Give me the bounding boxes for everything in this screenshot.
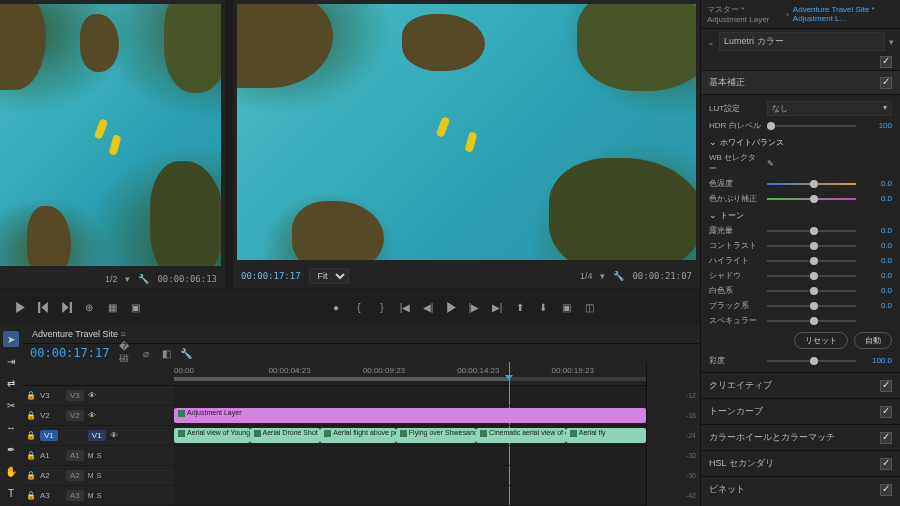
hdr-label: HDR 白レベル xyxy=(709,120,761,131)
program-timecode-out[interactable]: 00:00:21:07 xyxy=(632,271,692,281)
snap-toggle[interactable]: �磁 xyxy=(119,346,133,360)
slip-tool[interactable]: ↔ xyxy=(3,419,19,435)
step-back-button[interactable]: ◀| xyxy=(420,300,436,314)
saturation-slider[interactable] xyxy=(767,356,856,366)
hand-tool[interactable]: ✋ xyxy=(3,463,19,479)
go-in-button[interactable]: |◀ xyxy=(397,300,413,314)
export-frame-button[interactable]: ▣ xyxy=(558,300,574,314)
basic-enable-checkbox[interactable] xyxy=(880,77,892,89)
section-basic[interactable]: 基本補正 xyxy=(701,70,900,95)
clip-video[interactable]: Aerial flight above people h xyxy=(320,428,396,443)
track-select-tool[interactable]: ⇥ xyxy=(3,353,19,369)
program-transport: ● { } |◀ ◀| |▶ ▶| ⬆ ⬇ ▣ ◫ xyxy=(225,300,700,314)
tint-slider[interactable] xyxy=(767,194,856,204)
selection-tool[interactable]: ➤ xyxy=(3,331,19,347)
export-frame-button[interactable]: ▣ xyxy=(127,300,143,314)
source-transport: ⊕ ▦ ▣ xyxy=(0,300,225,314)
eyedropper-icon[interactable]: ✎ xyxy=(767,159,774,168)
linked-selection-toggle[interactable]: ⌀ xyxy=(139,346,153,360)
source-scale[interactable]: 1/2 xyxy=(105,274,118,284)
source-monitor[interactable] xyxy=(0,4,221,266)
type-tool[interactable]: T xyxy=(3,485,19,501)
program-timecode-in[interactable]: 00:00:17:17 xyxy=(241,271,301,281)
lut-dropdown[interactable]: なし ▾ xyxy=(767,101,892,116)
track-v1[interactable]: 🔒V1V1👁 xyxy=(22,426,174,446)
effect-enable-checkbox[interactable] xyxy=(880,56,892,68)
timeline-header: 00:00:17:17 �磁 ⌀ ◧ 🔧 xyxy=(22,344,700,362)
effect-dropdown[interactable]: Lumetri カラー xyxy=(719,32,885,51)
v1-row: Aerial view of Young travel...Aerial Dro… xyxy=(174,426,646,446)
timeline-tracks[interactable]: 00:00 00:00:04:23 00:00:09:23 00:00:14:2… xyxy=(174,362,646,506)
program-monitor-panel: 00:00:17:17 Fit 1/4 ▾ 🔧 00:00:21:07 xyxy=(233,0,700,288)
temperature-slider[interactable] xyxy=(767,179,856,189)
source-timecode[interactable]: 00:00:06:13 xyxy=(157,274,217,284)
clip-video[interactable]: Aerial view of Young travel... xyxy=(174,428,250,443)
section-colorwheel[interactable]: カラーホイールとカラーマッチ xyxy=(701,424,900,450)
clip-video[interactable]: Aerial Drone Shot One Perso xyxy=(250,428,321,443)
section-vignette[interactable]: ビネット xyxy=(701,476,900,502)
clip-adjustment[interactable]: Adjustment Layer xyxy=(174,408,646,423)
track-a3[interactable]: 🔒A3A3MS xyxy=(22,486,174,506)
highlights-slider[interactable] xyxy=(767,256,856,266)
play-button[interactable] xyxy=(443,300,459,314)
zoom-fit-select[interactable]: Fit xyxy=(309,268,349,284)
play-button[interactable] xyxy=(12,300,28,314)
audio-meter: -12 -18 -24 -30 -36 -42 xyxy=(646,362,700,506)
tone-subsection[interactable]: トーン xyxy=(709,206,892,223)
track-v3[interactable]: 🔒V3V3👁 xyxy=(22,386,174,406)
section-creative[interactable]: クリエイティブ xyxy=(701,372,900,398)
shadows-slider[interactable] xyxy=(767,271,856,281)
source-monitor-panel: 1/2 ▾ 🔧 00:00:06:13 xyxy=(0,0,225,288)
step-back-button[interactable] xyxy=(35,300,51,314)
sequence-clip-link[interactable]: Adventure Travel Site * Adjustment L... xyxy=(793,5,894,23)
contrast-slider[interactable] xyxy=(767,241,856,251)
lumetri-panel: マスター * Adjustment Layer › Adventure Trav… xyxy=(700,0,900,506)
clip-video[interactable]: Aerial fly xyxy=(566,428,646,443)
clip-video[interactable]: Flying over Shwesandaw Pa xyxy=(396,428,476,443)
section-curves[interactable]: トーンカーブ xyxy=(701,398,900,424)
wb-picker-label: WB セレクター xyxy=(709,152,761,174)
step-fwd-button[interactable] xyxy=(58,300,74,314)
blacks-slider[interactable] xyxy=(767,301,856,311)
track-a2[interactable]: 🔒A2A2MS xyxy=(22,466,174,486)
auto-button[interactable]: 自動 xyxy=(854,332,892,349)
extract-button[interactable]: ⬇ xyxy=(535,300,551,314)
timeline-ruler[interactable]: 00:00 00:00:04:23 00:00:09:23 00:00:14:2… xyxy=(174,362,646,386)
playhead-timecode[interactable]: 00:00:17:17 xyxy=(30,346,109,360)
settings-icon[interactable]: 🔧 xyxy=(179,346,193,360)
step-fwd-button[interactable]: |▶ xyxy=(466,300,482,314)
program-scale[interactable]: 1/4 xyxy=(580,271,593,281)
ripple-tool[interactable]: ⇄ xyxy=(3,375,19,391)
mark-out-button[interactable]: } xyxy=(374,300,390,314)
wb-subsection[interactable]: ホワイトバランス xyxy=(709,133,892,150)
reset-button[interactable]: リセット xyxy=(794,332,848,349)
tool-palette: ➤ ⇥ ⇄ ✂ ↔ ✒ ✋ T xyxy=(0,325,22,506)
wrench-icon[interactable]: 🔧 xyxy=(613,271,624,281)
program-monitor[interactable] xyxy=(237,4,696,260)
track-v2[interactable]: 🔒V2V2👁 xyxy=(22,406,174,426)
section-hsl[interactable]: HSL セカンダリ xyxy=(701,450,900,476)
whites-slider[interactable] xyxy=(767,286,856,296)
track-headers: 🔒V3V3👁 🔒V2V2👁 🔒V1V1👁 🔒A1A1MS 🔒A2A2MS 🔒A3… xyxy=(22,362,174,506)
pen-tool[interactable]: ✒ xyxy=(3,441,19,457)
comparison-button[interactable]: ◫ xyxy=(581,300,597,314)
hdr-slider xyxy=(767,121,856,131)
insert-button[interactable]: ⊕ xyxy=(81,300,97,314)
master-clip-label: マスター * Adjustment Layer xyxy=(707,4,782,24)
go-out-button[interactable]: ▶| xyxy=(489,300,505,314)
marker-icon[interactable]: ◧ xyxy=(159,346,173,360)
razor-tool[interactable]: ✂ xyxy=(3,397,19,413)
clip-video[interactable]: Cinematic aerial view of c xyxy=(476,428,566,443)
v2-row: Adjustment Layer xyxy=(174,406,646,426)
exposure-slider[interactable] xyxy=(767,226,856,236)
lift-button[interactable]: ⬆ xyxy=(512,300,528,314)
lut-label: LUT設定 xyxy=(709,103,761,114)
mark-in-button[interactable]: { xyxy=(351,300,367,314)
track-a1[interactable]: 🔒A1A1MS xyxy=(22,446,174,466)
overwrite-button[interactable]: ▦ xyxy=(104,300,120,314)
wrench-icon[interactable]: 🔧 xyxy=(138,274,149,284)
add-marker-button[interactable]: ● xyxy=(328,300,344,314)
